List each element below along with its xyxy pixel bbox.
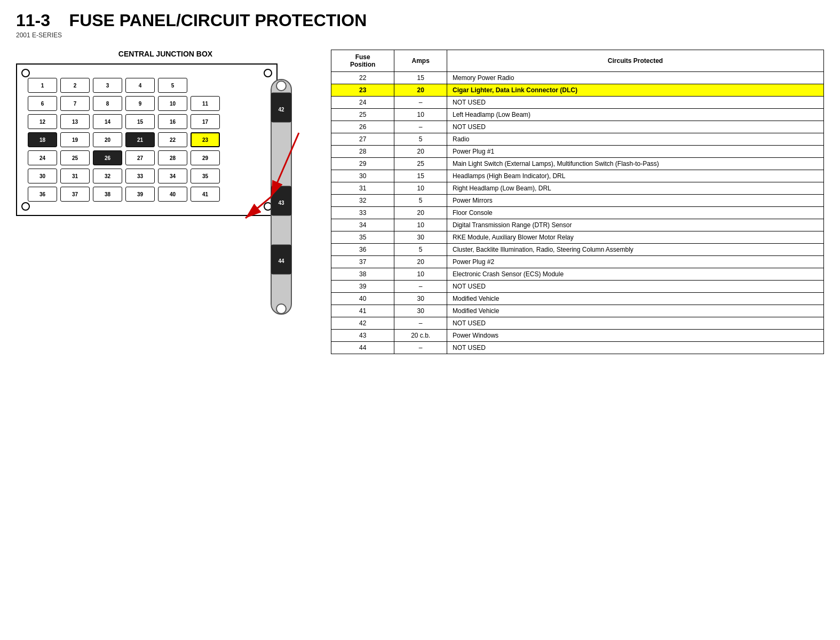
table-row: 2820Power Plug #1 xyxy=(331,146,824,158)
fuse-circuit-cell: Power Plug #1 xyxy=(447,146,824,158)
fuse-amps-cell: 10 xyxy=(394,268,447,281)
fuse-7: 7 xyxy=(60,96,90,111)
fuse-amps-cell: 25 xyxy=(394,158,447,170)
table-row: 3720Power Plug #2 xyxy=(331,256,824,268)
fuse-6: 6 xyxy=(28,96,57,111)
svg-point-8 xyxy=(276,304,286,314)
fuse-circuit-cell: Digital Transmission Range (DTR) Sensor xyxy=(447,219,824,231)
svg-rect-6 xyxy=(271,245,291,274)
fuse-circuit-cell: NOT USED xyxy=(447,342,824,354)
fuse-25: 25 xyxy=(60,150,90,165)
fuse-circuit-cell: NOT USED xyxy=(447,121,824,133)
fuse-amps-cell: 15 xyxy=(394,170,447,182)
fuse-1: 1 xyxy=(28,78,57,93)
fuse-circuit-cell: NOT USED xyxy=(447,281,824,293)
table-row: 4030Modified Vehicle xyxy=(331,293,824,305)
fuse-8: 8 xyxy=(93,96,122,111)
fuse-30: 30 xyxy=(28,169,57,183)
svg-text:42: 42 xyxy=(278,107,284,113)
svg-text:43: 43 xyxy=(278,200,284,206)
fuse-position-cell: 40 xyxy=(331,293,394,305)
fuse-3: 3 xyxy=(93,78,122,93)
fuse-31: 31 xyxy=(60,169,90,183)
table-row: 3015Headlamps (High Beam Indicator), DRL xyxy=(331,170,824,182)
table-row: 3810Electronic Crash Sensor (ECS) Module xyxy=(331,268,824,281)
main-title: FUSE PANEL/CIRCUIT PROTECTION xyxy=(69,11,367,30)
fuse-14: 14 xyxy=(93,114,122,129)
fuse-28: 28 xyxy=(158,150,187,165)
col-header-position: FusePosition xyxy=(331,50,394,72)
fuse-circuit-cell: Headlamps (High Beam Indicator), DRL xyxy=(447,170,824,182)
fuse-position-cell: 24 xyxy=(331,97,394,109)
table-row: 4130Modified Vehicle xyxy=(331,305,824,317)
fuse-27: 27 xyxy=(125,150,155,165)
fuse-position-cell: 35 xyxy=(331,231,394,244)
fuse-row-2: 6 7 8 9 10 11 xyxy=(28,96,266,111)
fuse-row-3: 12 13 14 15 16 17 xyxy=(28,114,266,129)
table-row: 325Power Mirrors xyxy=(331,195,824,207)
fuse-2: 2 xyxy=(60,78,90,93)
corner-tl xyxy=(21,69,30,77)
fuse-circuit-cell: Memory Power Radio xyxy=(447,72,824,84)
table-row: 2925Main Light Switch (External Lamps), … xyxy=(331,158,824,170)
fuse-38: 38 xyxy=(93,187,122,202)
fuse-position-cell: 23 xyxy=(331,84,394,97)
fuse-circuit-cell: Electronic Crash Sensor (ECS) Module xyxy=(447,268,824,281)
fuse-20: 20 xyxy=(93,132,122,147)
fuse-22: 22 xyxy=(158,132,187,147)
page-container: 11-3 FUSE PANEL/CIRCUIT PROTECTION 2001 … xyxy=(0,0,840,365)
fuse-circuit-cell: Radio xyxy=(447,133,824,146)
fuse-24: 24 xyxy=(28,150,57,165)
fuse-39: 39 xyxy=(125,187,155,202)
fuse-amps-cell: 5 xyxy=(394,244,447,256)
table-row: 3410Digital Transmission Range (DTR) Sen… xyxy=(331,219,824,231)
fuse-row-6: 30 31 32 33 34 35 xyxy=(28,169,266,183)
table-row: 42–NOT USED xyxy=(331,317,824,330)
fuse-circuit-cell: Cigar Lighter, Data Link Connector (DLC) xyxy=(447,84,824,97)
fuse-9: 9 xyxy=(125,96,155,111)
fuse-circuit-cell: Left Headlamp (Low Beam) xyxy=(447,109,824,121)
fuse-amps-cell: 5 xyxy=(394,195,447,207)
fuse-amps-cell: – xyxy=(394,97,447,109)
fuse-amps-cell: 10 xyxy=(394,182,447,195)
page-subtitle: 2001 E-SERIES xyxy=(16,31,824,39)
fuse-amps-cell: 30 xyxy=(394,305,447,317)
fuse-position-cell: 30 xyxy=(331,170,394,182)
fuse-position-cell: 25 xyxy=(331,109,394,121)
fuse-circuit-cell: Modified Vehicle xyxy=(447,305,824,317)
fuse-35: 35 xyxy=(191,169,220,183)
table-row: 3320Floor Console xyxy=(331,207,824,219)
fuse-position-cell: 22 xyxy=(331,72,394,84)
fuse-circuit-cell: Main Light Switch (External Lamps), Mult… xyxy=(447,158,824,170)
fuse-11: 11 xyxy=(191,96,220,111)
fuse-amps-cell: 20 xyxy=(394,146,447,158)
fuse-position-cell: 42 xyxy=(331,317,394,330)
fuse-position-cell: 27 xyxy=(331,133,394,146)
fuse-position-cell: 32 xyxy=(331,195,394,207)
fuse-row-4: 18 19 20 21 22 23 xyxy=(28,132,266,147)
table-row: 2510Left Headlamp (Low Beam) xyxy=(331,109,824,121)
fuse-33: 33 xyxy=(125,169,155,183)
col-header-circuits: Circuits Protected xyxy=(447,50,824,72)
fuse-circuit-cell: NOT USED xyxy=(447,317,824,330)
fuse-position-cell: 28 xyxy=(331,146,394,158)
fuse-29: 29 xyxy=(191,150,220,165)
table-row: 3530RKE Module, Auxiliary Blower Motor R… xyxy=(331,231,824,244)
junction-box: 1 2 3 4 5 6 7 8 9 10 xyxy=(16,63,278,216)
fuse-amps-cell: 5 xyxy=(394,133,447,146)
fuse-amps-cell: 30 xyxy=(394,231,447,244)
fuse-position-cell: 26 xyxy=(331,121,394,133)
fuse-position-cell: 31 xyxy=(331,182,394,195)
fuse-amps-cell: – xyxy=(394,342,447,354)
table-row: 44–NOT USED xyxy=(331,342,824,354)
corner-tr xyxy=(264,69,272,77)
fuse-amps-cell: 20 xyxy=(394,207,447,219)
fuse-40: 40 xyxy=(158,187,187,202)
chapter-number: 11-3 xyxy=(16,11,50,30)
fuse-19: 19 xyxy=(60,132,90,147)
fuse-circuit-cell: Power Plug #2 xyxy=(447,256,824,268)
fuse-row-5: 24 25 26 27 28 29 xyxy=(28,150,266,165)
fuse-amps-cell: – xyxy=(394,281,447,293)
table-row: 3110Right Headlamp (Low Beam), DRL xyxy=(331,182,824,195)
fuse-10: 10 xyxy=(158,96,187,111)
